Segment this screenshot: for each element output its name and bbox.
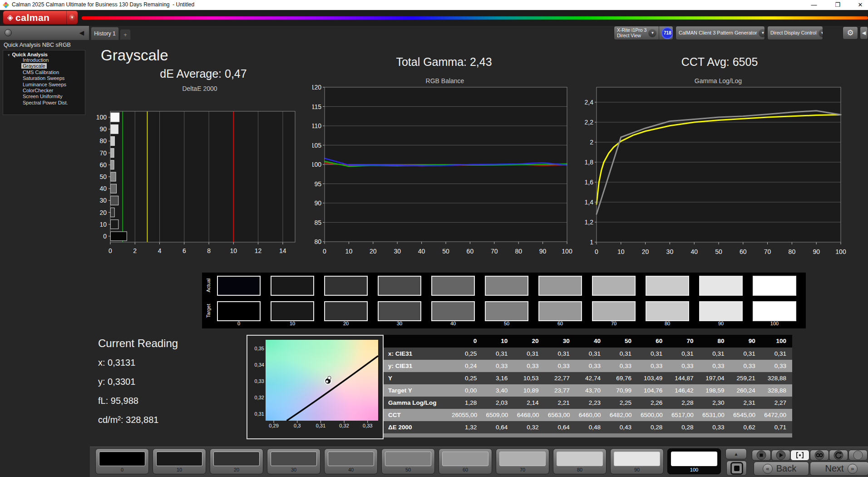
workflow-tree: ▾Quick Analysis IntroductionGrayscaleCMS… xyxy=(3,50,85,115)
sidebar-item-introduction[interactable]: Introduction xyxy=(21,57,85,63)
back-button[interactable]: «Back xyxy=(754,462,809,476)
tab-history-1[interactable]: History 1 xyxy=(91,27,119,40)
pattern-level-label: 0 xyxy=(96,467,148,472)
svg-text:80: 80 xyxy=(314,238,321,245)
pattern-generator-dropdown[interactable]: CalMAN Client 3 Pattern Generator ▼ xyxy=(676,26,765,40)
table-cell: 0,31 xyxy=(513,348,544,360)
pattern-window-button[interactable] xyxy=(790,450,809,461)
table-cell: 23,77 xyxy=(545,384,576,397)
pattern-level-button-0[interactable]: 0 xyxy=(95,448,149,474)
expander-icon[interactable]: ▾ xyxy=(8,53,10,57)
sidebar-item-cms-calibration[interactable]: CMS Calibration xyxy=(21,70,85,75)
svg-text:2,4: 2,4 xyxy=(585,99,593,106)
pattern-swatch xyxy=(557,452,603,466)
table-header-row: 0102030405060708090100 xyxy=(384,335,792,348)
next-label: Next xyxy=(825,463,843,474)
svg-text:1,6: 1,6 xyxy=(585,179,593,186)
tree-root[interactable]: ▾Quick Analysis xyxy=(8,52,85,57)
back-label: Back xyxy=(776,463,796,474)
table-cell: 328,88 xyxy=(761,384,792,397)
loop-infinite-button[interactable] xyxy=(810,450,829,461)
current-reading-value: cd/m²: 328,881 xyxy=(98,415,158,425)
pattern-level-button-90[interactable]: 90 xyxy=(610,448,664,474)
indicator-button[interactable] xyxy=(848,450,868,461)
svg-text:40: 40 xyxy=(418,248,425,255)
pattern-swatch xyxy=(99,452,145,466)
pattern-level-label: 70 xyxy=(496,467,549,472)
pattern-level-button-10[interactable]: 10 xyxy=(153,448,206,474)
meter-dropdown[interactable]: X-Rite i1Pro 3 Direct View ▼ 718 xyxy=(614,26,673,40)
minimize-icon[interactable]: — xyxy=(806,0,822,10)
meter-reading-badge[interactable]: 718 xyxy=(661,27,673,39)
pattern-level-label: 40 xyxy=(325,467,377,472)
sync-button[interactable] xyxy=(829,450,848,461)
svg-text:90: 90 xyxy=(539,248,547,255)
pattern-window-button[interactable] xyxy=(726,461,747,476)
svg-text:1: 1 xyxy=(590,238,593,246)
svg-text:50: 50 xyxy=(715,248,722,255)
next-button[interactable]: Next» xyxy=(810,462,868,476)
pattern-level-button-60[interactable]: 60 xyxy=(439,448,492,474)
sidebar-collapse-icon[interactable]: ◀ xyxy=(76,27,87,38)
rgb-balance-chart-title: RGB Balance xyxy=(354,77,536,84)
table-cell: 259,21 xyxy=(730,372,761,384)
pattern-level-button-80[interactable]: 80 xyxy=(553,448,607,474)
svg-text:90: 90 xyxy=(314,199,321,207)
table-scroll-strip[interactable] xyxy=(384,433,792,437)
pattern-level-button-50[interactable]: 50 xyxy=(381,448,435,474)
table-cell: 0,28 xyxy=(668,421,699,433)
pattern-level-button-100[interactable]: 100 xyxy=(667,448,721,474)
current-reading-title: Current Reading xyxy=(98,337,178,350)
pattern-level-button-30[interactable]: 30 xyxy=(267,448,321,474)
svg-text:100: 100 xyxy=(835,248,846,255)
play-button[interactable] xyxy=(771,450,790,461)
sidebar-item-luminance-sweeps[interactable]: Luminance Sweeps xyxy=(21,82,85,88)
pattern-level-label: 90 xyxy=(611,467,663,472)
restore-icon[interactable]: ❐ xyxy=(830,0,845,10)
table-column-header: 40 xyxy=(576,335,607,348)
chevron-down-icon[interactable]: ▼ xyxy=(648,29,656,37)
sidebar-item-spectral-power-dist-[interactable]: Spectral Power Dist. xyxy=(21,100,85,106)
pattern-level-button-70[interactable]: 70 xyxy=(496,448,549,474)
table-row-label: Gamma Log/Log xyxy=(384,397,452,409)
target-swatch-80 xyxy=(646,301,689,321)
pattern-level-button-20[interactable]: 20 xyxy=(210,448,263,474)
table-cell: 6460,00 xyxy=(576,409,607,421)
sidebar-item-screen-uniformity[interactable]: Screen Uniformity xyxy=(21,94,85,99)
table-cell: 198,59 xyxy=(699,384,730,397)
chevron-down-icon[interactable]: ▼ xyxy=(759,29,765,37)
display-control-dropdown[interactable]: Direct Display Control ▼ xyxy=(767,26,823,40)
table-cell: 6563,00 xyxy=(545,409,576,421)
pattern-bar-expand-button[interactable]: ▲ xyxy=(725,448,747,459)
table-column-header: 80 xyxy=(699,335,730,348)
calman-menu-button[interactable]: ◈ calman ▼ xyxy=(3,10,78,25)
sidebar-item-grayscale[interactable]: Grayscale xyxy=(21,63,85,69)
table-column-header: 50 xyxy=(607,335,637,348)
workflow-orb-icon[interactable] xyxy=(5,29,12,36)
table-cell: 0,33 xyxy=(699,421,730,433)
panel-collapse-icon[interactable]: ◀ xyxy=(860,26,868,40)
settings-gear-icon[interactable]: ⚙ xyxy=(843,26,858,40)
calman-app: { "title_bar": { "title": "Calman 2025 C… xyxy=(0,0,868,477)
stop-button[interactable] xyxy=(752,450,771,461)
target-swatch-100 xyxy=(753,301,796,321)
pattern-level-label: 10 xyxy=(153,467,206,472)
chevron-right-icon: » xyxy=(848,464,858,474)
svg-text:100: 100 xyxy=(96,114,107,121)
logo-dropdown[interactable]: ▼ xyxy=(66,11,78,24)
table-cell: 0,31 xyxy=(761,348,792,360)
sidebar-item-label: Screen Uniformity xyxy=(21,94,64,99)
table-cell: 0,64 xyxy=(483,421,513,433)
target-swatch-40 xyxy=(431,301,475,321)
pattern-swatch xyxy=(671,452,717,466)
table-column-header: 20 xyxy=(513,335,544,348)
close-icon[interactable]: ✕ xyxy=(853,0,868,10)
pattern-level-button-40[interactable]: 40 xyxy=(324,448,378,474)
table-cell: 6468,00 xyxy=(514,409,545,421)
chevron-down-icon[interactable]: ▼ xyxy=(819,29,823,37)
table-cell: 0,33 xyxy=(607,360,637,372)
add-tab-button[interactable]: + xyxy=(120,29,131,40)
table-row: CCT26055,006509,006468,006563,006460,006… xyxy=(384,409,792,421)
sidebar-item-colorchecker[interactable]: ColorChecker xyxy=(21,88,85,94)
sidebar-item-saturation-sweeps[interactable]: Saturation Sweeps xyxy=(21,75,85,81)
